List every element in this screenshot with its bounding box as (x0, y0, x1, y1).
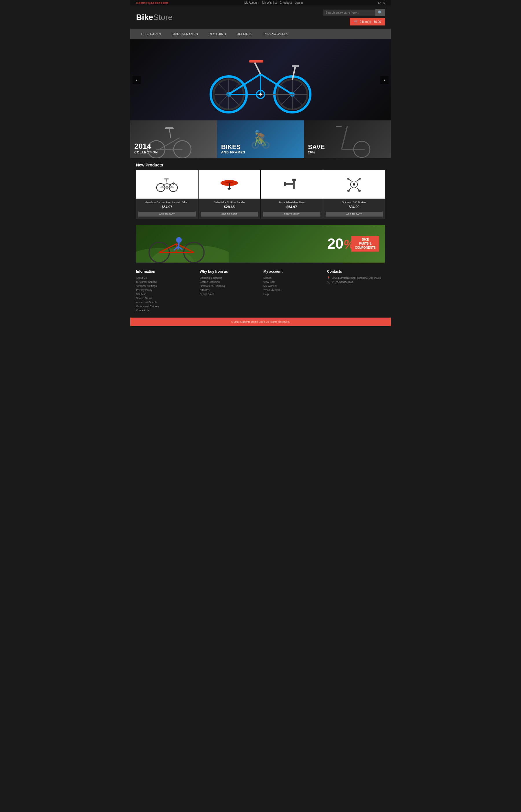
footer-link-privacy[interactable]: Privacy Policy (136, 289, 194, 292)
cart-button[interactable]: 🛒 0 Item(s) - $0.00 (350, 18, 385, 25)
search-input[interactable] (323, 9, 376, 16)
discount-banner[interactable]: 20% OFF BIKE PARTS & COMPONENTS (136, 225, 385, 263)
discount-line1: BIKE (355, 238, 376, 242)
footer-link-track[interactable]: Track My Order (264, 289, 321, 292)
footer-title-information: Information (136, 270, 194, 274)
product-brake-svg (345, 176, 363, 192)
product-name-2: Selle Italia SL Flow Saddle (201, 201, 258, 204)
promo-bikes-title: BIKES (221, 143, 245, 151)
product-info-3: Forte Adjustable Stem $54.97 ADD TO CART (261, 199, 323, 219)
hero-bike-svg (200, 45, 321, 115)
hero-next-button[interactable]: › (380, 76, 388, 84)
footer-link-international[interactable]: International Shipping (200, 285, 257, 288)
search-button[interactable]: 🔍 (376, 9, 385, 16)
footer-link-signin[interactable]: Sign In (264, 276, 321, 279)
welcome-message: Welcome to our online store! (136, 1, 169, 4)
new-products-title: New Products (130, 158, 391, 170)
promo-save-title: SAVE (308, 143, 325, 151)
discount-bike-svg (136, 225, 229, 263)
footer-link-affiliates[interactable]: Affiliates (200, 289, 257, 292)
footer-link-advanced[interactable]: Advanced Search (136, 301, 194, 304)
promo-text-3: SAVE 20% (308, 143, 325, 154)
svg-line-18 (255, 63, 260, 74)
product-name-4: Shimano 105 Brakes (325, 201, 383, 204)
my-wishlist-link[interactable]: My Wishlist (262, 1, 277, 4)
product-price-3: $54.97 (263, 205, 320, 209)
top-bar-links: My Account My Wishlist Checkout Log In (244, 1, 303, 4)
discount-line3: COMPONENTS (355, 246, 376, 250)
header: BikeStore 🔍 🛒 0 Item(s) - $0.00 (130, 5, 391, 29)
product-info-2: Selle Italia SL Flow Saddle $28.65 ADD T… (199, 199, 260, 219)
footer-link-viewcart[interactable]: View Cart (264, 280, 321, 284)
discount-label: BIKE PARTS & COMPONENTS (352, 236, 379, 252)
product-price-1: $54.97 (138, 205, 196, 209)
product-price-4: $34.99 (325, 205, 383, 209)
checkout-link[interactable]: Checkout (279, 1, 292, 4)
currency-selector[interactable]: $ (384, 1, 385, 4)
footer-link-template[interactable]: Template Settings (136, 285, 194, 288)
promo-banner-3[interactable]: SAVE 20% (304, 120, 391, 158)
product-info-4: Shimano 105 Brakes $34.99 ADD TO CART (323, 199, 385, 219)
logo-bike: Bike (136, 13, 153, 22)
add-to-cart-btn-4[interactable]: ADD TO CART (325, 211, 383, 217)
footer-link-orders[interactable]: Orders and Returns (136, 305, 194, 308)
product-card-4[interactable]: Shimano 105 Brakes $34.99 ADD TO CART (323, 170, 385, 219)
main-nav: BIKE PARTS BIKES&FRAMES CLOTHING HELMETS… (130, 29, 391, 39)
nav-helmets[interactable]: HELMETS (231, 29, 257, 39)
footer-title-account: My account (264, 270, 321, 274)
my-account-link[interactable]: My Account (244, 1, 259, 4)
hero-slider: ‹ › (130, 39, 391, 120)
product-image-4 (323, 170, 385, 199)
product-card-1[interactable]: Marathon Carbon Pro Mountain Bike... $54… (136, 170, 198, 219)
product-name-1: Marathon Carbon Pro Mountain Bike... (138, 201, 196, 204)
language-selector[interactable]: En (378, 1, 381, 4)
nav-bikes-frames[interactable]: BIKES&FRAMES (166, 29, 203, 39)
promo-subtitle-2: AND FRAMES (221, 151, 245, 154)
svg-line-20 (292, 67, 295, 80)
product-image-3 (261, 170, 323, 199)
login-link[interactable]: Log In (295, 1, 303, 4)
hero-prev-button[interactable]: ‹ (133, 76, 141, 84)
footer-link-sitemap[interactable]: Site Map (136, 293, 194, 296)
footer-link-help[interactable]: Help (264, 293, 321, 296)
footer-address: 📍 8901 Marmora Road, Glasgow, D04 89GR (327, 276, 385, 279)
phone-text: +1(800)2345-6789 (332, 281, 353, 284)
product-card-3[interactable]: Forte Adjustable Stem $54.97 ADD TO CART (261, 170, 323, 219)
svg-line-43 (173, 181, 174, 185)
footer-link-wishlist[interactable]: My Wishlist (264, 285, 321, 288)
footer-link-group[interactable]: Group Sales (200, 293, 257, 296)
nav-clothing[interactable]: CLOTHING (203, 29, 231, 39)
svg-point-49 (227, 188, 231, 189)
nav-tyres[interactable]: TYRES&WEELS (258, 29, 294, 39)
footer-link-shipping[interactable]: Shipping & Returns (200, 276, 257, 279)
footer-link-contact[interactable]: Contact Us (136, 309, 194, 312)
product-bike-svg (155, 176, 179, 193)
footer-link-secure[interactable]: Secure Shopping (200, 280, 257, 284)
product-card-2[interactable]: Selle Italia SL Flow Saddle $28.65 ADD T… (199, 170, 260, 219)
add-to-cart-btn-2[interactable]: ADD TO CART (201, 211, 258, 217)
footer: Information About Us Customer Service Te… (130, 263, 391, 318)
search-bar: 🔍 (323, 9, 385, 16)
svg-line-29 (169, 129, 171, 138)
svg-point-65 (353, 183, 355, 185)
add-to-cart-btn-3[interactable]: ADD TO CART (263, 211, 320, 217)
hero-bike-image (130, 39, 391, 120)
svg-rect-30 (165, 127, 174, 129)
promo-banners: 2014 COLLECTION 🚴 BIKES AND FRAMES SAVE … (130, 120, 391, 158)
svg-rect-62 (359, 178, 361, 179)
svg-line-31 (342, 126, 347, 149)
add-to-cart-btn-1[interactable]: ADD TO CART (138, 211, 196, 217)
promo-banner-2[interactable]: 🚴 BIKES AND FRAMES (217, 120, 304, 158)
footer-col-account: My account Sign In View Cart My Wishlist… (264, 270, 321, 313)
footer-bottom: © 2014 Magento Demo Store. All Rights Re… (130, 318, 391, 326)
footer-link-about[interactable]: About Us (136, 276, 194, 279)
svg-rect-19 (249, 60, 264, 63)
footer-link-search[interactable]: Search Terms (136, 297, 194, 300)
promo-banner-1[interactable]: 2014 COLLECTION (130, 120, 217, 158)
footer-link-customer[interactable]: Customer Service (136, 280, 194, 284)
promo-subtitle-3: 20% (308, 151, 325, 154)
footer-title-why: Why buy from us (200, 270, 257, 274)
svg-rect-64 (358, 190, 361, 191)
nav-bike-parts[interactable]: BIKE PARTS (136, 29, 166, 39)
logo[interactable]: BikeStore (136, 13, 173, 21)
